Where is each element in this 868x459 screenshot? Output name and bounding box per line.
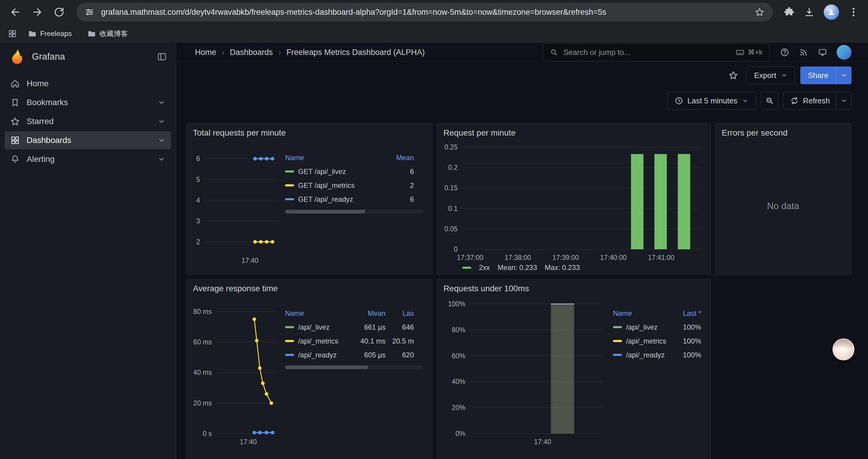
panel-title[interactable]: Average response time: [186, 279, 432, 293]
y-axis-label: 4: [196, 196, 200, 204]
breadcrumb-home[interactable]: Home: [195, 48, 216, 57]
sidebar-item-home[interactable]: Home: [5, 74, 171, 93]
series-color-dash[interactable]: [285, 184, 294, 186]
series-color-dash[interactable]: [285, 170, 294, 172]
favorite-dashboard-button[interactable]: [725, 67, 741, 83]
series-name[interactable]: 2xx: [479, 263, 490, 272]
sidebar-item-bookmarks[interactable]: Bookmarks: [5, 93, 171, 112]
series-name[interactable]: GET /api/_metrics: [298, 182, 355, 190]
series-color-dash[interactable]: [285, 326, 294, 328]
back-button[interactable]: [6, 3, 25, 22]
legend-col-header[interactable]: Mean: [387, 154, 414, 162]
bookmark-folder-blogs[interactable]: 收藏博客: [83, 27, 133, 41]
search-input[interactable]: Search or jump to... ⌘+k: [543, 43, 769, 61]
forward-button[interactable]: [28, 3, 47, 22]
series-color-dash[interactable]: [613, 326, 622, 328]
series-color-dash[interactable]: [285, 198, 294, 200]
chevron-down-icon[interactable]: [157, 136, 166, 144]
series-point: [258, 431, 261, 434]
chevron-down-icon[interactable]: [157, 155, 166, 163]
share-label[interactable]: Share: [800, 66, 836, 84]
series-name[interactable]: /api/_metrics: [298, 337, 338, 345]
refresh-interval-button[interactable]: [836, 92, 851, 109]
monitor-icon[interactable]: [818, 47, 827, 57]
legend-value: 100%: [668, 351, 701, 359]
sidebar-item-label: Alerting: [27, 155, 55, 164]
series-color-dash[interactable]: [613, 340, 622, 342]
legend-scrollbar-thumb[interactable]: [285, 210, 365, 214]
chevron-down-icon: [780, 72, 788, 79]
legend-row: /api/_readyz605 µs620: [285, 348, 426, 362]
time-range-picker[interactable]: Last 5 minutes: [667, 92, 756, 109]
bookmark-star-icon[interactable]: [754, 7, 765, 17]
refresh-button[interactable]: Refresh: [783, 92, 836, 109]
sidebar-item-alerting[interactable]: Alerting: [5, 150, 171, 168]
legend-header: NameMean: [285, 151, 426, 165]
legend-row: /api/_metrics40.1 ms20.5 m: [285, 334, 426, 348]
rss-icon[interactable]: [799, 47, 808, 57]
series-point: [253, 431, 256, 434]
breadcrumb-dashboards[interactable]: Dashboards: [230, 48, 273, 57]
chevron-down-icon[interactable]: [157, 98, 166, 107]
downloads-icon[interactable]: [804, 6, 815, 18]
site-settings-icon[interactable]: [85, 7, 95, 17]
legend-scrollbar-thumb[interactable]: [285, 365, 368, 369]
series-color-dash[interactable]: [285, 354, 294, 356]
chevron-down-icon[interactable]: [157, 117, 166, 126]
series-name[interactable]: GET /api/_readyz: [298, 195, 353, 203]
legend-scrollbar[interactable]: [285, 210, 423, 214]
search-placeholder: Search or jump to...: [563, 48, 730, 57]
help-icon[interactable]: [780, 47, 789, 57]
series-color-dash[interactable]: [613, 354, 622, 356]
sidebar-item-dashboards[interactable]: Dashboards: [5, 131, 171, 150]
series-name[interactable]: /api/_livez: [626, 323, 658, 331]
series-name[interactable]: GET /api/_livez: [298, 167, 346, 176]
bookmark-folder-freeleaps[interactable]: Freeleaps: [23, 27, 76, 40]
reload-icon: [53, 6, 65, 18]
panel-title[interactable]: Errors per second: [715, 124, 851, 138]
extensions-icon[interactable]: [783, 6, 795, 18]
series-color-dash[interactable]: [285, 340, 294, 342]
series-name[interactable]: /api/_readyz: [298, 351, 337, 359]
legend-col-header[interactable]: Las: [385, 309, 414, 318]
sidebar-item-starred[interactable]: Starred: [5, 112, 171, 131]
grafana-logo[interactable]: [9, 48, 25, 65]
browser-menu-icon[interactable]: [848, 6, 859, 18]
legend-col-header[interactable]: Name: [285, 309, 346, 318]
series-name[interactable]: /api/_livez: [298, 323, 330, 331]
panel-title[interactable]: Requests under 100ms: [437, 279, 711, 293]
export-button[interactable]: Export: [747, 66, 795, 84]
series-name[interactable]: /api/_readyz: [626, 351, 665, 359]
reload-button[interactable]: [50, 3, 68, 22]
assistant-avatar-overlay[interactable]: [833, 338, 855, 360]
series-name[interactable]: /api/_metrics: [626, 337, 666, 345]
apps-grid-icon[interactable]: [8, 29, 17, 38]
legend-col-header[interactable]: Last *: [668, 309, 701, 318]
share-button[interactable]: Share: [800, 66, 851, 84]
sidebar-item-label: Bookmarks: [27, 98, 68, 107]
panel-left-icon: [157, 52, 167, 62]
legend-col-header[interactable]: Name: [285, 154, 387, 162]
zoom-out-button[interactable]: [761, 92, 778, 109]
profile-avatar[interactable]: [824, 4, 839, 20]
y-axis-label: 5: [196, 176, 200, 184]
share-menu-button[interactable]: [836, 66, 851, 84]
url-bar[interactable]: grafana.mathmast.com/d/deytv4rwavabkb/fr…: [76, 3, 773, 22]
clock-icon: [675, 96, 683, 105]
star-icon: [10, 117, 20, 126]
collapse-sidebar-button[interactable]: [157, 52, 167, 62]
panel-title[interactable]: Request per minute: [437, 124, 711, 138]
url-text[interactable]: grafana.mathmast.com/d/deytv4rwavabkb/fr…: [101, 8, 748, 17]
panel-title[interactable]: Total requests per minute: [186, 124, 432, 138]
brand-name[interactable]: Grafana: [32, 52, 65, 62]
legend-scrollbar[interactable]: [285, 365, 423, 369]
chart-canvas: 0%20%40%60%80%100%17:40: [441, 299, 607, 448]
legend-col-header[interactable]: Mean: [346, 309, 385, 318]
legend-value: 661 µs: [346, 323, 385, 331]
series-color-dash[interactable]: [462, 267, 471, 269]
series-point: [253, 157, 257, 160]
legend-col-header[interactable]: Name: [613, 309, 668, 318]
time-controls: Last 5 minutes Refresh: [176, 84, 868, 109]
user-avatar[interactable]: [837, 45, 851, 60]
x-axis-label: 17:40:00: [600, 254, 627, 261]
